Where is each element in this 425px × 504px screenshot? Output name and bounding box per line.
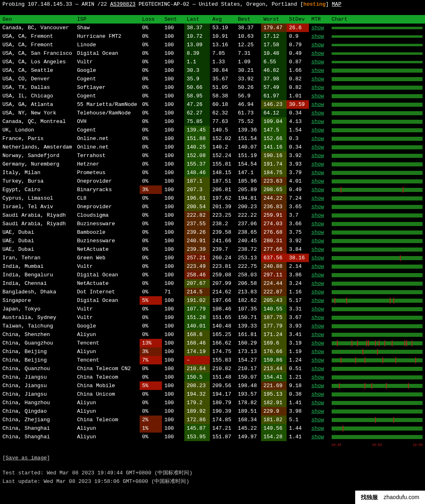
mtr-show-link[interactable]: show bbox=[309, 220, 329, 228]
mtr-show-link[interactable]: show bbox=[309, 398, 329, 407]
mtr-show-link[interactable]: show bbox=[309, 151, 329, 160]
cell-geo: China, Hangzhou bbox=[0, 398, 75, 407]
mtr-show-link[interactable]: show bbox=[309, 58, 329, 66]
mtr-show-link[interactable]: show bbox=[309, 373, 329, 381]
table-row: Bangladesh, DhakaDot Internet0%71214.521… bbox=[0, 288, 425, 296]
cell-loss: 0% bbox=[140, 271, 162, 279]
mtr-show-link[interactable]: show bbox=[309, 305, 329, 313]
cell-best: 150.07 bbox=[235, 373, 261, 381]
cell-chart bbox=[329, 228, 425, 237]
mtr-show-link[interactable]: show bbox=[309, 41, 329, 49]
cell-isp: Aliyun bbox=[75, 433, 140, 441]
mtr-show-link[interactable]: show bbox=[309, 416, 329, 424]
mtr-show-link[interactable]: show bbox=[309, 83, 329, 92]
mtr-show-link[interactable]: show bbox=[309, 313, 329, 322]
col-stdev[interactable]: StDev bbox=[287, 15, 309, 24]
mtr-show-link[interactable]: show bbox=[309, 296, 329, 305]
mtr-show-link[interactable]: show bbox=[309, 109, 329, 117]
cell-loss: 3% bbox=[140, 185, 162, 194]
col-mtr[interactable]: MTR bbox=[309, 15, 329, 24]
mtr-show-link[interactable]: show bbox=[309, 245, 329, 254]
mtr-show-link[interactable]: show bbox=[309, 194, 329, 202]
mtr-show-link[interactable]: show bbox=[309, 228, 329, 237]
map-link[interactable]: MAP bbox=[332, 1, 341, 7]
cell-geo: India, Chennai bbox=[0, 279, 75, 288]
cell-avg: 259.08 bbox=[210, 271, 235, 279]
mtr-show-link[interactable]: show bbox=[309, 279, 329, 288]
mtr-show-link[interactable]: show bbox=[309, 185, 329, 194]
mtr-show-link[interactable]: show bbox=[309, 126, 329, 134]
mtr-show-link[interactable]: show bbox=[309, 134, 329, 143]
cell-stdev: 0.3 bbox=[287, 134, 309, 143]
col-last[interactable]: Last bbox=[184, 15, 210, 24]
mtr-show-link[interactable]: show bbox=[309, 75, 329, 83]
mtr-show-link[interactable]: show bbox=[309, 407, 329, 416]
cell-geo: Saudi Arabia, Riyadh bbox=[0, 211, 75, 220]
mtr-show-link[interactable]: show bbox=[309, 424, 329, 433]
mtr-show-link[interactable]: show bbox=[309, 322, 329, 330]
mtr-show-link[interactable]: show bbox=[309, 339, 329, 347]
mtr-show-link[interactable]: show bbox=[309, 262, 329, 271]
table-row: USA, CA, FremontHurricane FMT20%10010.72… bbox=[0, 32, 425, 41]
mtr-show-link[interactable]: show bbox=[309, 92, 329, 100]
cell-last: 208.23 bbox=[184, 381, 210, 390]
mtr-show-link[interactable]: show bbox=[309, 211, 329, 220]
mtr-show-link[interactable]: show bbox=[309, 168, 329, 177]
mtr-show-link[interactable]: show bbox=[309, 254, 329, 262]
col-sent[interactable]: Sent bbox=[162, 15, 184, 24]
cell-best: 205.89 bbox=[235, 185, 261, 194]
mtr-show-link[interactable]: show bbox=[309, 117, 329, 126]
cell-loss: 0% bbox=[140, 254, 162, 262]
cell-isp: Online.net bbox=[75, 134, 140, 143]
cell-avg: 151.65 bbox=[210, 313, 235, 322]
mtr-show-link[interactable]: show bbox=[309, 347, 329, 356]
mtr-show-link[interactable]: show bbox=[309, 356, 329, 364]
col-chart[interactable]: Chart bbox=[329, 15, 425, 24]
mtr-show-link[interactable]: show bbox=[309, 271, 329, 279]
save-as-image-link[interactable]: Save as image bbox=[6, 455, 47, 461]
mtr-show-link[interactable]: show bbox=[309, 330, 329, 339]
table-row: China, BeijingTencent7%100–155.83154.271… bbox=[0, 356, 425, 364]
cell-best: 194.81 bbox=[235, 194, 261, 202]
mtr-show-link[interactable]: show bbox=[309, 364, 329, 373]
mtr-show-link[interactable]: show bbox=[309, 237, 329, 245]
mtr-show-link[interactable]: show bbox=[309, 32, 329, 41]
cell-geo: Japan, Tokyo bbox=[0, 305, 75, 313]
cell-worst: 208.65 bbox=[261, 185, 287, 194]
mtr-show-link[interactable]: show bbox=[309, 390, 329, 398]
cell-last: 168.46 bbox=[184, 339, 210, 347]
asn-link[interactable]: AS398823 bbox=[110, 1, 135, 7]
mtr-show-link[interactable]: show bbox=[309, 143, 329, 151]
mtr-show-link[interactable]: show bbox=[309, 24, 329, 32]
mtr-show-link[interactable]: show bbox=[309, 49, 329, 58]
cell-avg: 148.15 bbox=[210, 168, 235, 177]
cell-avg: 152.02 bbox=[210, 134, 235, 143]
cell-isp: Vultr bbox=[75, 58, 140, 66]
mtr-show-link[interactable]: show bbox=[309, 288, 329, 296]
col-avg[interactable]: Avg bbox=[210, 15, 235, 24]
col-isp[interactable]: ISP bbox=[75, 15, 140, 24]
cell-sent: 100 bbox=[162, 245, 184, 254]
cell-sent: 100 bbox=[162, 347, 184, 356]
col-geo[interactable]: Geo bbox=[0, 15, 75, 24]
cell-sent: 100 bbox=[162, 100, 184, 109]
col-best[interactable]: Best bbox=[235, 15, 261, 24]
mtr-show-link[interactable]: show bbox=[309, 66, 329, 75]
mtr-show-link[interactable]: show bbox=[309, 160, 329, 168]
table-row: China, ShanghaiAliyun0%100153.95151.8714… bbox=[0, 433, 425, 441]
col-worst[interactable]: Worst bbox=[261, 15, 287, 24]
cell-worst: 141.16 bbox=[261, 143, 287, 151]
cell-worst: 182.91 bbox=[261, 398, 287, 407]
cell-last: 222.82 bbox=[184, 211, 210, 220]
cell-chart bbox=[329, 100, 425, 109]
cell-avg: 210.82 bbox=[210, 364, 235, 373]
mtr-show-link[interactable]: show bbox=[309, 202, 329, 211]
cell-sent: 100 bbox=[162, 177, 184, 185]
cell-stdev: 0.49 bbox=[287, 49, 309, 58]
cell-last: 191.02 bbox=[184, 296, 210, 305]
mtr-show-link[interactable]: show bbox=[309, 433, 329, 441]
mtr-show-link[interactable]: show bbox=[309, 177, 329, 185]
col-loss[interactable]: Loss bbox=[140, 15, 162, 24]
mtr-show-link[interactable]: show bbox=[309, 100, 329, 109]
mtr-show-link[interactable]: show bbox=[309, 381, 329, 390]
